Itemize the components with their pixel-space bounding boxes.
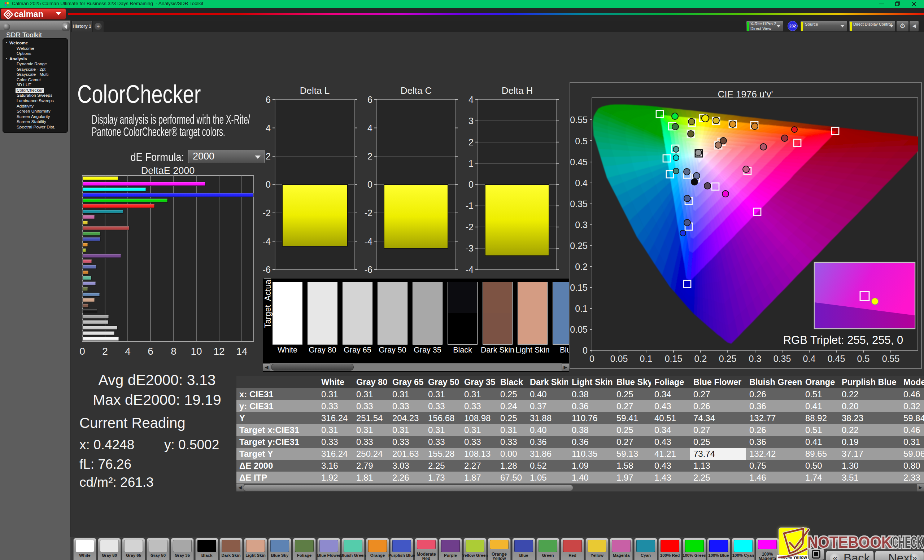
svg-text:0.4: 0.4	[803, 353, 816, 364]
svg-text:0: 0	[468, 179, 474, 189]
svg-text:-2: -2	[466, 222, 474, 232]
svg-text:0.1: 0.1	[640, 353, 652, 364]
svg-text:0.05: 0.05	[610, 353, 628, 364]
svg-text:0: 0	[368, 179, 372, 189]
svg-text:4: 4	[368, 123, 372, 133]
svg-text:12: 12	[213, 346, 225, 357]
svg-text:0.05: 0.05	[570, 324, 588, 334]
svg-text:0.4: 0.4	[575, 178, 588, 188]
svg-text:0.25: 0.25	[570, 241, 588, 251]
svg-text:-3: -3	[466, 243, 474, 253]
svg-text:-1: -1	[466, 201, 474, 211]
svg-text:-4: -4	[364, 237, 372, 246]
svg-text:2: 2	[102, 346, 108, 357]
svg-text:2: 2	[266, 151, 271, 161]
svg-text:-4: -4	[466, 265, 474, 275]
svg-text:4: 4	[125, 346, 130, 357]
svg-text:0.3: 0.3	[749, 353, 762, 364]
svg-text:0: 0	[582, 345, 588, 355]
svg-text:10: 10	[190, 346, 202, 357]
svg-text:0.45: 0.45	[828, 353, 845, 364]
svg-text:0.5: 0.5	[575, 136, 588, 146]
svg-text:14: 14	[236, 346, 247, 357]
svg-text:2: 2	[468, 137, 474, 147]
svg-text:0.35: 0.35	[570, 199, 588, 209]
svg-text:-2: -2	[364, 208, 372, 218]
svg-text:NOTEBOOK: NOTEBOOK	[807, 533, 892, 551]
svg-text:0: 0	[590, 353, 594, 364]
svg-text:2: 2	[368, 151, 372, 161]
svg-text:0.45: 0.45	[570, 157, 588, 167]
svg-text:0.15: 0.15	[665, 353, 682, 364]
svg-text:6: 6	[368, 94, 372, 105]
svg-text:4: 4	[468, 94, 474, 105]
svg-text:0.55: 0.55	[570, 115, 588, 125]
svg-text:6: 6	[148, 346, 153, 357]
svg-text:0.3: 0.3	[575, 220, 588, 230]
svg-text:0.15: 0.15	[570, 283, 588, 293]
svg-text:Delta H: Delta H	[502, 85, 533, 96]
svg-text:1: 1	[468, 159, 474, 169]
svg-text:0: 0	[80, 346, 85, 357]
svg-text:4: 4	[266, 123, 271, 133]
svg-text:0.1: 0.1	[575, 304, 588, 314]
svg-text:3: 3	[468, 116, 474, 126]
svg-text:0.35: 0.35	[774, 353, 791, 364]
svg-text:8: 8	[171, 346, 177, 357]
svg-text:0.25: 0.25	[719, 353, 736, 364]
svg-text:0.2: 0.2	[694, 353, 707, 364]
svg-text:DeltaE 2000: DeltaE 2000	[141, 165, 195, 176]
svg-text:RGB Triplet: 255, 255, 0: RGB Triplet: 255, 255, 0	[783, 334, 903, 346]
svg-text:0.55: 0.55	[882, 353, 900, 364]
svg-text:0.5: 0.5	[857, 353, 870, 364]
svg-text:Delta L: Delta L	[300, 85, 330, 96]
svg-text:-6: -6	[364, 265, 372, 275]
svg-text:-2: -2	[263, 208, 271, 218]
svg-text:CHECK: CHECK	[892, 533, 923, 551]
svg-text:0: 0	[266, 179, 271, 189]
svg-text:6: 6	[266, 94, 271, 105]
svg-text:Delta C: Delta C	[400, 85, 432, 96]
svg-text:-4: -4	[263, 237, 271, 246]
svg-text:-6: -6	[263, 265, 271, 275]
svg-text:0.2: 0.2	[575, 262, 588, 272]
